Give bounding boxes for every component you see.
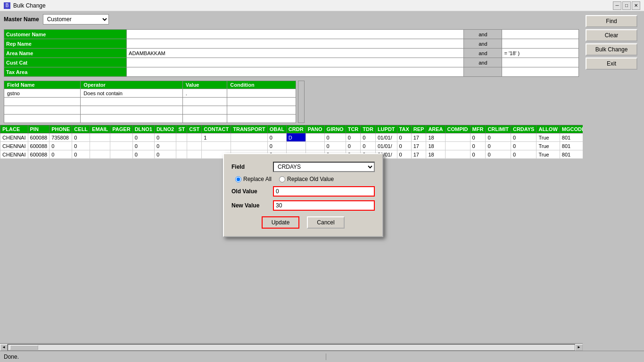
condition-col-header: Condition	[227, 81, 296, 89]
data-cell: 801	[560, 133, 583, 142]
data-cell	[445, 133, 470, 142]
data-cell: 0	[50, 142, 72, 150]
data-cell: 0	[132, 150, 154, 159]
data-cell: 0	[470, 150, 486, 159]
data-cell: 0	[72, 142, 90, 150]
replace-all-label: Replace All	[243, 176, 272, 182]
data-cell: 18	[426, 150, 445, 159]
filter-value[interactable]	[127, 58, 464, 67]
data-cell: 600088	[28, 142, 50, 150]
filter-value[interactable]	[127, 39, 464, 49]
new-value-input[interactable]	[273, 200, 375, 211]
filter-table: Customer Name and Rep Name and Area Name…	[4, 29, 579, 77]
filter-label: Rep Name	[4, 39, 127, 49]
filter-row: Cust Cat and	[4, 58, 579, 67]
data-cell: 17	[411, 150, 426, 159]
old-value-input[interactable]	[273, 186, 375, 197]
data-cell	[231, 133, 267, 142]
data-cell: 17	[411, 133, 426, 142]
data-cell: 0	[324, 133, 346, 142]
filter-label: Tax Area	[4, 67, 127, 77]
data-cell: CHENNAI	[0, 133, 28, 142]
data-col-header: REP	[411, 125, 426, 133]
data-cell	[176, 133, 187, 142]
data-cell: True	[537, 150, 560, 159]
data-cell: 0	[50, 150, 72, 159]
data-cell: CHENNAI	[0, 150, 28, 159]
master-name-label: Master Name	[4, 16, 39, 23]
data-col-header: ALLOW	[537, 125, 560, 133]
data-cell: 0	[486, 142, 511, 150]
bulk-change-button[interactable]: Bulk Change	[586, 43, 637, 56]
filter-and: and	[464, 49, 502, 58]
data-cell	[110, 133, 132, 142]
filter-eq	[502, 39, 579, 49]
filter-and: and	[464, 58, 502, 67]
field-label: Field	[231, 164, 269, 170]
replace-old-option[interactable]: Replace Old Value	[279, 176, 334, 182]
filter-eq	[502, 30, 579, 39]
filter-and: and	[464, 30, 502, 39]
filter-eq	[502, 67, 579, 77]
data-cell	[176, 150, 187, 159]
data-cell: 0	[511, 133, 536, 142]
data-cell	[231, 142, 267, 150]
exit-button[interactable]: Exit	[586, 58, 637, 70]
master-name-row: Master Name Customer Supplier Item	[0, 11, 583, 27]
data-col-header: OBAL	[267, 125, 286, 133]
data-col-header: GIRNO	[324, 125, 346, 133]
data-cell: 0	[72, 150, 90, 159]
filter-row: Tax Area	[4, 67, 579, 77]
data-col-header: PANO	[305, 125, 324, 133]
modal-cancel-button[interactable]: Cancel	[307, 216, 345, 229]
horizontal-scrollbar[interactable]: ◄ ►	[0, 343, 583, 351]
old-value-label: Old Value	[231, 188, 269, 195]
data-col-header: PIN	[28, 125, 50, 133]
data-cell	[305, 142, 324, 150]
find-button[interactable]: Find	[586, 15, 637, 27]
data-cell: 0	[132, 142, 154, 150]
data-cell: 0	[346, 142, 361, 150]
data-cell: 600088	[28, 133, 50, 142]
scroll-right-btn[interactable]: ►	[575, 344, 583, 351]
filter-value[interactable]	[127, 67, 464, 77]
data-cell: 0	[154, 142, 176, 150]
filter-value[interactable]	[127, 49, 464, 58]
filter-row: Rep Name and	[4, 39, 579, 49]
right-panel: Find Clear Bulk Change Exit	[583, 11, 644, 351]
data-col-header: MFR	[470, 125, 486, 133]
filter-container: Customer Name and Rep Name and Area Name…	[0, 27, 583, 79]
maximize-button[interactable]: □	[622, 1, 631, 10]
update-button[interactable]: Update	[262, 216, 299, 229]
data-cell: 0	[486, 150, 511, 159]
close-button[interactable]: ✕	[632, 1, 640, 10]
data-cell: 0	[361, 142, 376, 150]
data-col-header: MGCODE	[560, 125, 583, 133]
data-cell	[305, 133, 324, 142]
title-bar: B Bulk Change ─ □ ✕	[0, 0, 644, 11]
data-cell: True	[537, 133, 560, 142]
data-col-header: PLACE	[0, 125, 28, 133]
scroll-thumb[interactable]	[10, 345, 38, 350]
data-col-header: CST	[187, 125, 202, 133]
replace-all-option[interactable]: Replace All	[235, 176, 272, 182]
filter-eq	[502, 58, 579, 67]
field-select[interactable]: CRDAYS	[273, 162, 375, 172]
master-name-select[interactable]: Customer Supplier Item	[43, 14, 109, 25]
data-cell	[90, 150, 110, 159]
condition-scrollbar[interactable]	[298, 81, 305, 123]
data-col-header: CONTACT	[202, 125, 231, 133]
scroll-left-btn[interactable]: ◄	[0, 344, 8, 351]
filter-value[interactable]	[127, 30, 464, 39]
data-cell	[187, 133, 202, 142]
data-cell	[176, 142, 187, 150]
data-cell: 0	[486, 133, 511, 142]
data-cell: 0	[267, 133, 286, 142]
clear-button[interactable]: Clear	[586, 29, 637, 41]
scroll-track[interactable]	[8, 344, 575, 351]
table-row: CHENNAI6000880000000001/01/01718000True8…	[0, 142, 583, 150]
data-cell: 0	[267, 142, 286, 150]
condition-col-header: Field Name	[4, 81, 81, 89]
data-col-header: CRLIMIT	[486, 125, 511, 133]
minimize-button[interactable]: ─	[613, 1, 621, 10]
